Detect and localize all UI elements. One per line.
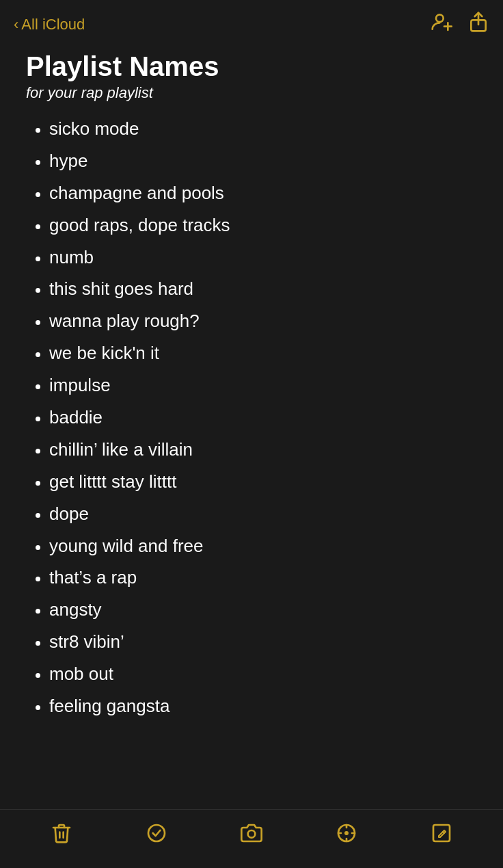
page-title: Playlist Names	[26, 51, 477, 81]
add-person-icon[interactable]	[431, 11, 452, 38]
list-item: feeling gangsta	[49, 690, 477, 722]
list-item: numb	[49, 241, 477, 274]
delete-button[interactable]	[51, 822, 72, 849]
top-nav: ‹ All iCloud	[0, 0, 503, 44]
list-item: impulse	[49, 369, 477, 402]
compass-button[interactable]	[336, 822, 357, 849]
chevron-left-icon: ‹	[14, 16, 18, 34]
list-item: young wild and free	[49, 530, 477, 562]
bottom-toolbar	[0, 809, 503, 868]
share-icon[interactable]	[467, 11, 489, 38]
svg-point-0	[436, 14, 444, 22]
list-item: that’s a rap	[49, 562, 477, 594]
list-item: angsty	[49, 594, 477, 626]
list-item: str8 vibin’	[49, 626, 477, 658]
svg-point-5	[148, 825, 165, 841]
list-item: sicko mode	[49, 113, 477, 145]
svg-point-8	[345, 832, 348, 834]
subtitle: for your rap playlist	[26, 84, 477, 102]
list-item: good raps, dope tracks	[49, 209, 477, 241]
list-item: get litttt stay litttt	[49, 466, 477, 498]
main-content: Playlist Names for your rap playlist sic…	[0, 44, 503, 743]
list-item: dope	[49, 498, 477, 530]
list-item: hype	[49, 145, 477, 177]
list-item: mob out	[49, 658, 477, 690]
playlist-list: sicko modehypechampagne and poolsgood ra…	[26, 113, 477, 722]
back-label: All iCloud	[21, 16, 85, 34]
list-item: baddie	[49, 402, 477, 434]
list-item: we be kick'n it	[49, 337, 477, 369]
svg-point-6	[248, 830, 256, 838]
list-item: this shit goes hard	[49, 273, 477, 305]
check-button[interactable]	[146, 822, 167, 849]
svg-line-14	[443, 832, 444, 833]
list-item: wanna play rough?	[49, 305, 477, 337]
back-button[interactable]: ‹ All iCloud	[14, 16, 85, 34]
top-icons	[431, 11, 489, 38]
list-item: chillin’ like a villain	[49, 434, 477, 466]
list-item: champagne and pools	[49, 177, 477, 209]
edit-button[interactable]	[431, 822, 452, 849]
camera-button[interactable]	[241, 822, 262, 849]
